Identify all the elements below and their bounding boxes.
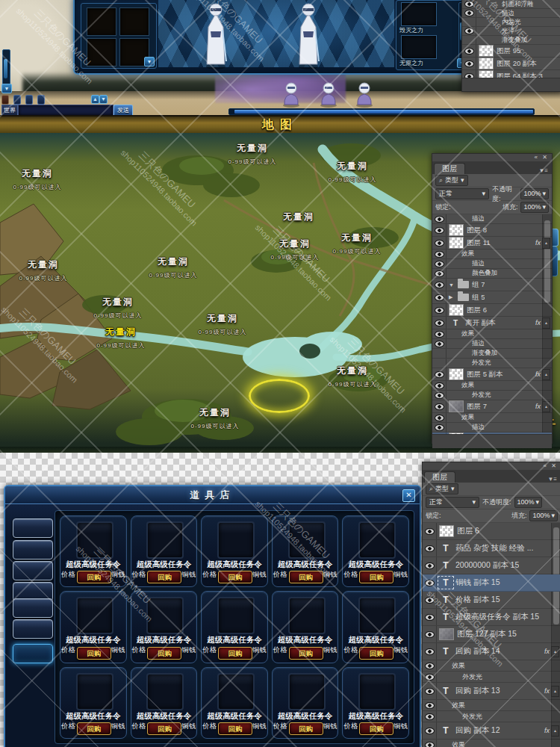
fx-badge[interactable]: fx▴	[535, 401, 552, 412]
fill-value[interactable]: 100%▾	[520, 202, 549, 213]
fx-badge[interactable]: fx▴	[535, 369, 552, 380]
visibility-toggle[interactable]	[432, 279, 447, 291]
visibility-toggle[interactable]	[423, 722, 437, 739]
item-slot[interactable]	[76, 673, 113, 710]
buyback-button[interactable]: 回购	[289, 647, 323, 660]
item-slot[interactable]	[358, 673, 396, 710]
layer-row[interactable]: T 渐变叠加 fx▴	[462, 36, 560, 45]
layer-row[interactable]: T 回购 副本 13 fx▴	[423, 683, 560, 700]
fx-badge[interactable]: fx▴	[535, 317, 552, 329]
layer-row[interactable]: T 图层 95 fx▴	[462, 45, 560, 58]
layer-row[interactable]: T 图层 12 fx▴	[432, 433, 552, 434]
fill-value[interactable]: 100%▾	[529, 510, 558, 521]
visibility-toggle[interactable]	[462, 36, 476, 44]
layer-row[interactable]: T 内发光 fx▴	[462, 18, 560, 27]
item-slot[interactable]	[146, 673, 184, 710]
tab-layers[interactable]: 图层	[424, 471, 455, 483]
buyback-button[interactable]: 回购	[147, 722, 181, 735]
item-slot[interactable]	[87, 38, 116, 66]
item-slot[interactable]	[288, 673, 326, 710]
map-location[interactable]: 无量洞 0-99级可以进入	[179, 406, 251, 430]
twirl-icon[interactable]	[449, 282, 455, 288]
layer-row[interactable]: T 图层 64 副本 3 fx▴	[462, 70, 560, 78]
buyback-button[interactable]: 回购	[77, 571, 111, 583]
visibility-toggle[interactable]	[432, 349, 447, 358]
shop-category-button[interactable]	[13, 540, 53, 560]
panel-header-strip[interactable]: « ✕	[423, 462, 560, 471]
layer-row[interactable]: T 图层 6 fx▴	[423, 523, 560, 540]
layer-row[interactable]: T 图层 8 fx▴	[432, 224, 552, 237]
visibility-toggle[interactable]	[432, 237, 447, 249]
visibility-toggle[interactable]	[423, 592, 437, 608]
visibility-toggle[interactable]	[423, 740, 437, 747]
blend-mode-select[interactable]: 正常▾	[426, 497, 479, 508]
visibility-toggle[interactable]	[432, 224, 447, 236]
layer-row[interactable]: T 效果 fx▴	[432, 249, 552, 259]
map-location[interactable]: 无量洞 0-99级可以进入	[217, 142, 288, 166]
layer-row[interactable]: T 图层 5 副本 fx▴	[432, 368, 552, 381]
buyback-button[interactable]: 回购	[77, 722, 111, 735]
visibility-toggle[interactable]	[462, 58, 476, 69]
layer-thumbnail[interactable]	[449, 304, 464, 316]
shop-category-button[interactable]	[13, 598, 53, 618]
map-location[interactable]: 无量洞 0-99级可以进入	[321, 232, 393, 255]
layer-row[interactable]: T 超级高级任务令 副本 15 fx▴	[423, 609, 560, 626]
layer-thumbnail[interactable]	[479, 70, 494, 78]
layer-row[interactable]: T 效果 fx▴	[423, 660, 560, 672]
layer-row[interactable]: T 离开 副本 fx▴	[432, 317, 552, 329]
item-slot[interactable]	[217, 597, 255, 634]
visibility-toggle[interactable]	[462, 9, 476, 17]
fx-badge[interactable]: fx▴	[544, 725, 560, 737]
opacity-value[interactable]: 100%▾	[520, 188, 549, 199]
map-location[interactable]: 无量洞 0-99级可以进入	[317, 365, 388, 388]
layer-row[interactable]: T 铜钱 副本 15 fx▴	[423, 574, 560, 592]
item-slot[interactable]	[146, 521, 184, 559]
visibility-toggle[interactable]	[462, 18, 476, 26]
layer-row[interactable]: T 外发光 fx▴	[423, 672, 560, 683]
filter-type-select[interactable]: ⌕类型▾	[435, 175, 468, 186]
visibility-toggle[interactable]	[423, 700, 437, 710]
power-slot[interactable]	[401, 2, 437, 26]
layer-row[interactable]: T 效果 fx▴	[432, 381, 552, 391]
chat-tab[interactable]	[37, 95, 45, 105]
item-slot[interactable]	[146, 597, 184, 634]
item-slot[interactable]	[288, 597, 326, 634]
layer-row[interactable]: T 价格 副本 15 fx▴	[423, 592, 560, 609]
layer-thumbnail[interactable]	[449, 400, 464, 412]
layer-row[interactable]: T 描边 fx▴	[462, 9, 560, 18]
layer-row[interactable]: T 效果 fx▴	[423, 700, 560, 711]
visibility-toggle[interactable]	[423, 660, 437, 671]
visibility-toggle[interactable]	[432, 339, 447, 348]
filter-type-select[interactable]: ⌕类型▾	[426, 483, 458, 495]
visibility-toggle[interactable]	[432, 317, 447, 329]
visibility-toggle[interactable]	[432, 269, 447, 278]
item-slot[interactable]	[119, 7, 149, 36]
buyback-button[interactable]: 回购	[218, 571, 252, 583]
layer-thumbnail[interactable]	[449, 433, 464, 434]
twirl-icon[interactable]	[449, 294, 455, 300]
buyback-button[interactable]: 回购	[289, 571, 323, 583]
layer-row[interactable]: T 20000000 副本 15 fx▴	[423, 557, 560, 574]
shop-category-button[interactable]	[13, 644, 53, 663]
chat-up-icon[interactable]: ▲	[91, 95, 99, 104]
visibility-toggle[interactable]	[432, 381, 447, 390]
layer-row[interactable]: T 外发光 fx▴	[432, 391, 552, 400]
item-slot[interactable]	[358, 521, 396, 559]
map-location[interactable]: 无量洞 0-99级可以进入	[7, 258, 79, 282]
item-slot[interactable]	[76, 597, 113, 634]
map-location[interactable]: 无量洞 0-99级可以进入	[317, 160, 388, 184]
visibility-toggle[interactable]	[423, 672, 437, 682]
layer-row[interactable]: T 描边 fx▴	[432, 259, 552, 269]
item-slot[interactable]	[288, 521, 326, 559]
buyback-button[interactable]: 回购	[289, 722, 323, 735]
layer-row[interactable]: T 描边 fx▴	[432, 339, 552, 349]
visibility-toggle[interactable]	[423, 626, 437, 642]
layer-row[interactable]: T 外发光 fx▴	[432, 359, 552, 368]
item-slot[interactable]	[87, 7, 116, 36]
buyback-button[interactable]: 回购	[147, 571, 181, 583]
layer-row[interactable]: T 描边 fx▴	[432, 214, 552, 224]
map-location[interactable]: 无量洞 0-99级可以进入	[259, 238, 331, 261]
layer-row[interactable]: T 外发光 fx▴	[423, 711, 560, 722]
layer-row[interactable]: T 图层 6 fx▴	[432, 304, 552, 317]
power-slot[interactable]	[401, 35, 437, 59]
